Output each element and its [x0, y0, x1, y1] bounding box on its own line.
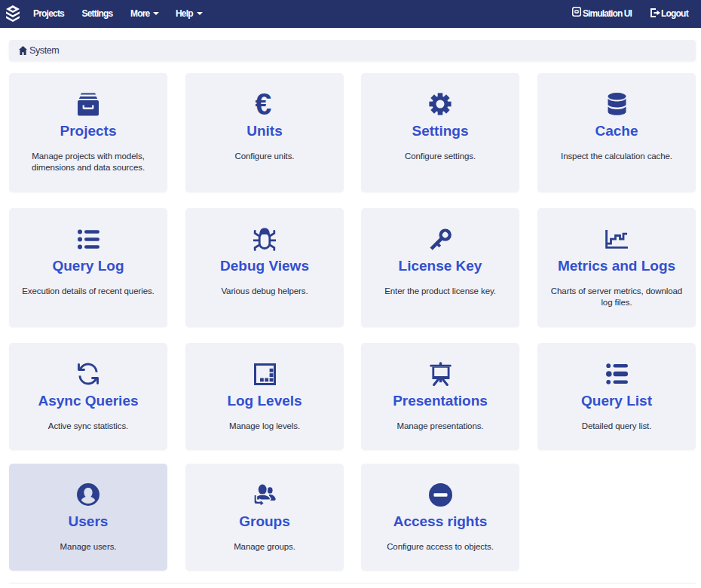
svg-text:€: € — [256, 93, 271, 115]
